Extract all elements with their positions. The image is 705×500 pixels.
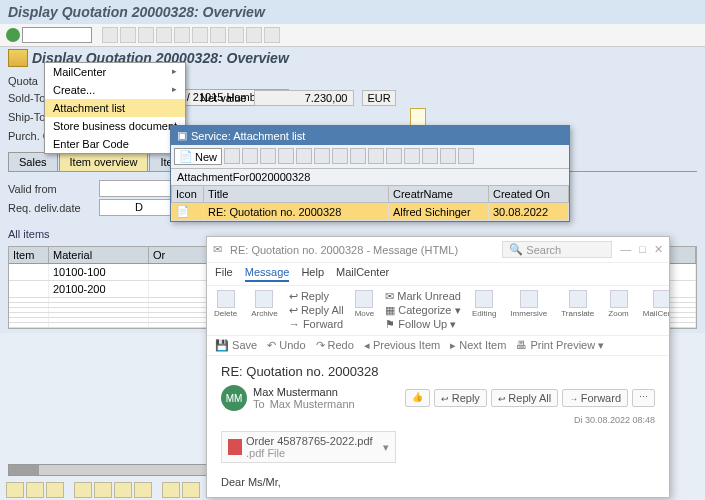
qat-prev[interactable]: ◂ Previous Item <box>364 339 440 352</box>
menu-mailcenter[interactable]: MailCenter <box>336 266 389 282</box>
reply-button[interactable]: ↩ Reply <box>434 389 487 407</box>
follow-up-button[interactable]: ⚑ Follow Up ▾ <box>385 318 461 331</box>
gos-icon[interactable] <box>8 49 28 67</box>
bt-icon[interactable] <box>182 482 200 498</box>
menu-create[interactable]: Create... <box>45 81 185 99</box>
qat-undo[interactable]: ↶ Undo <box>267 339 305 352</box>
message-subject: RE: Quotation no. 2000328 <box>221 364 655 379</box>
search-input[interactable]: 🔍Search <box>502 241 612 258</box>
tb-first-icon[interactable] <box>210 27 226 43</box>
search-icon: 🔍 <box>509 243 523 256</box>
att-tb-icon[interactable] <box>260 148 276 164</box>
col-title[interactable]: Title <box>204 186 389 203</box>
bt-icon[interactable] <box>46 482 64 498</box>
tb-back-icon[interactable] <box>120 27 136 43</box>
att-tb-icon[interactable] <box>350 148 366 164</box>
att-tb-icon[interactable] <box>242 148 258 164</box>
att-tb-icon[interactable] <box>404 148 420 164</box>
menu-help[interactable]: Help <box>301 266 324 282</box>
reply-all-button[interactable]: ↩ Reply All <box>491 389 558 407</box>
att-tb-icon[interactable] <box>332 148 348 164</box>
immersive-icon[interactable] <box>520 290 538 308</box>
tab-item-overview[interactable]: Item overview <box>59 152 149 171</box>
tb-save-icon[interactable] <box>102 27 118 43</box>
maximize-icon[interactable]: □ <box>639 243 646 256</box>
tb-last-icon[interactable] <box>264 27 280 43</box>
message-body: Dear Ms/Mr, Please find attached the Pur… <box>221 474 655 497</box>
archive-icon[interactable] <box>255 290 273 308</box>
col-created[interactable]: Created On <box>489 186 569 203</box>
forward-button[interactable]: → Forward <box>289 318 344 330</box>
valid-from-field[interactable] <box>99 180 179 197</box>
ok-icon[interactable] <box>6 28 20 42</box>
qat-next[interactable]: ▸ Next Item <box>450 339 506 352</box>
col-creator[interactable]: CreatrName <box>389 186 489 203</box>
col-item[interactable]: Item <box>9 247 49 263</box>
bt-icon[interactable] <box>26 482 44 498</box>
chevron-down-icon[interactable]: ▾ <box>383 441 389 454</box>
translate-icon[interactable] <box>569 290 587 308</box>
close-icon[interactable]: ✕ <box>654 243 663 256</box>
attachment-caption: AttachmentFor0020000328 <box>171 169 569 185</box>
net-value-field: 7.230,00 <box>254 90 354 106</box>
col-material[interactable]: Material <box>49 247 149 263</box>
editing-icon[interactable] <box>475 290 493 308</box>
att-tb-icon[interactable] <box>422 148 438 164</box>
tb-next-icon[interactable] <box>246 27 262 43</box>
bt-icon[interactable] <box>6 482 24 498</box>
attachment-row[interactable]: 📄 RE: Quotation no. 2000328 Alfred Sichi… <box>172 203 569 221</box>
qat-print[interactable]: 🖶 Print Preview ▾ <box>516 339 604 352</box>
menu-mailcenter[interactable]: MailCenter <box>45 63 185 81</box>
forward-button[interactable]: → Forward <box>562 389 628 407</box>
bt-icon[interactable] <box>134 482 152 498</box>
gos-context-menu: MailCenter Create... Attachment list Sto… <box>44 62 186 154</box>
bt-icon[interactable] <box>162 482 180 498</box>
move-icon[interactable] <box>355 290 373 308</box>
minimize-icon[interactable]: — <box>620 243 631 256</box>
bt-icon[interactable] <box>94 482 112 498</box>
reply-all-button[interactable]: ↩ Reply All <box>289 304 344 317</box>
menu-enter-bar-code[interactable]: Enter Bar Code <box>45 135 185 153</box>
menu-attachment-list[interactable]: Attachment list <box>45 99 185 117</box>
bt-icon[interactable] <box>114 482 132 498</box>
tb-print-icon[interactable] <box>174 27 190 43</box>
menu-message[interactable]: Message <box>245 266 290 282</box>
tb-exit-icon[interactable] <box>138 27 154 43</box>
tb-prev-icon[interactable] <box>228 27 244 43</box>
categorize-button[interactable]: ▦ Categorize ▾ <box>385 304 461 317</box>
menu-store-business-doc[interactable]: Store business document <box>45 117 185 135</box>
mail-icon: 📄 <box>176 205 190 217</box>
new-button[interactable]: 📄New <box>174 148 222 165</box>
message-timestamp: Di 30.08.2022 08:48 <box>221 415 655 425</box>
req-deliv-label: Req. deliv.date <box>8 202 93 214</box>
att-tb-icon[interactable] <box>224 148 240 164</box>
att-tb-icon[interactable] <box>440 148 456 164</box>
more-actions-button[interactable]: ⋯ <box>632 389 655 407</box>
mark-unread-button[interactable]: ✉ Mark Unread <box>385 290 461 303</box>
delete-icon[interactable] <box>217 290 235 308</box>
att-tb-icon[interactable] <box>278 148 294 164</box>
qat-redo[interactable]: ↷ Redo <box>316 339 354 352</box>
tb-cancel-icon[interactable] <box>156 27 172 43</box>
col-icon[interactable]: Icon <box>172 186 204 203</box>
att-tb-icon[interactable] <box>386 148 402 164</box>
tab-sales[interactable]: Sales <box>8 152 58 171</box>
zoom-icon[interactable] <box>610 290 628 308</box>
att-tb-icon[interactable] <box>314 148 330 164</box>
net-value-group: Net value 7.230,00 EUR <box>200 90 396 106</box>
reply-button[interactable]: ↩ Reply <box>289 290 344 303</box>
req-deliv-type[interactable]: D <box>99 199 179 216</box>
menu-file[interactable]: File <box>215 266 233 282</box>
mailcenter-icon[interactable] <box>653 290 669 308</box>
document-icon[interactable] <box>410 108 426 126</box>
command-field[interactable] <box>22 27 92 43</box>
att-tb-icon[interactable] <box>458 148 474 164</box>
valid-from-label: Valid from <box>8 183 93 195</box>
bt-icon[interactable] <box>74 482 92 498</box>
att-tb-icon[interactable] <box>296 148 312 164</box>
att-tb-icon[interactable] <box>368 148 384 164</box>
attachment-chip[interactable]: Order 45878765-2022.pdf.pdf File ▾ <box>221 431 396 463</box>
qat-save[interactable]: 💾 Save <box>215 339 257 352</box>
tb-find-icon[interactable] <box>192 27 208 43</box>
thumbs-up-button[interactable]: 👍 <box>405 389 430 407</box>
